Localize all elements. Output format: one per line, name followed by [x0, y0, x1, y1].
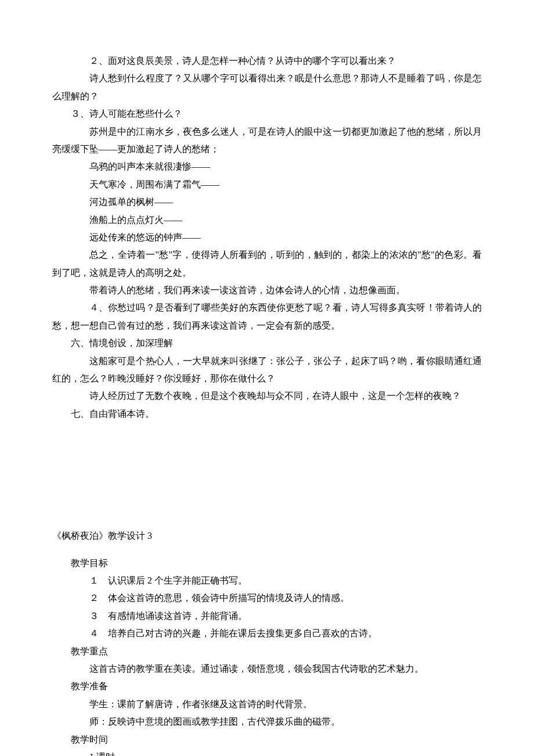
- body-text: 总之，全诗着一"愁"字，使得诗人所看到的，听到的，触到的，都染上的浓浓的"愁"的…: [52, 246, 482, 282]
- list-item: ２、面对这良辰美景，诗人是怎样一种心情？从诗中的哪个字可以看出来？: [52, 52, 482, 70]
- section-heading: 教学目标: [52, 555, 482, 572]
- list-item: ４ 培养自己对古诗的兴趣，并能在课后去搜集更多自己喜欢的古诗。: [52, 625, 482, 642]
- list-item: ３ 有感情地诵读这首诗，并能背诵。: [52, 607, 482, 625]
- document-page: ２、面对这良辰美景，诗人是怎样一种心情？从诗中的哪个字可以看出来？ 诗人愁到什么…: [0, 0, 534, 756]
- section-heading: 教学重点: [52, 643, 482, 660]
- body-text: 诗人经历过了无数个夜晚，但是这个夜晚却与众不同，在诗人眼中，这是一个怎样的夜晚？: [52, 387, 482, 405]
- body-text: 这船家可是个热心人，一大早就来叫张继了：张公子，张公子，起床了吗？哟，看你眼睛通…: [52, 352, 482, 388]
- body-text: 这首古诗的教学重在美读。通过诵读，领悟意境，领会我国古代诗歌的艺术魅力。: [52, 660, 482, 678]
- body-text: 远处传来的悠远的钟声——: [52, 229, 482, 246]
- blank-line: [52, 545, 482, 555]
- document-title: 《枫桥夜泊》教学设计 3: [52, 527, 482, 545]
- list-item: ２ 体会这首诗的意思，领会诗中所描写的情境及诗人的情感。: [52, 589, 482, 607]
- section-heading: 七、自由背诵本诗。: [52, 405, 482, 423]
- body-text: 乌鸦的叫声本来就很凄惨——: [52, 158, 482, 175]
- body-text: 师：反映诗中意境的图画或教学挂图，古代弹拨乐曲的磁带。: [52, 713, 482, 730]
- list-item: ４、你愁过吗？是否看到了哪些美好的东西使你更愁了呢？看，诗人写得多真实呀！带着诗…: [52, 299, 482, 334]
- body-text: 诗人愁到什么程度了？又从哪个字可以看得出来？眠是什么意思？那诗人不是睡着了吗，你…: [52, 70, 482, 105]
- list-item: ３、诗人可能在愁些什么？: [52, 105, 482, 123]
- section-heading: 教学准备: [52, 678, 482, 695]
- body-text: 河边孤单的枫树——: [52, 193, 482, 211]
- section-gap: [52, 423, 482, 527]
- body-text: 天气寒冷，周围布满了霜气——: [52, 176, 482, 193]
- body-text: 1 课时。: [52, 748, 482, 756]
- body-text: 带着诗人的愁绪，我们再来读一读这首诗，边体会诗人的心情，边想像画面。: [52, 282, 482, 299]
- list-item: １ 认识课后 2 个生字并能正确书写。: [52, 572, 482, 589]
- section-heading: 教学时间: [52, 731, 482, 748]
- section-heading: 六、情境创设，加深理解: [52, 334, 482, 352]
- body-text: 渔船上的点点灯火——: [52, 211, 482, 229]
- body-text: 学生：课前了解唐诗，作者张继及这首诗的时代背景。: [52, 696, 482, 713]
- body-text: 苏州是中的江南水乡，夜色多么迷人，可是在诗人的眼中这一切都更加激起了他的愁绪，所…: [52, 123, 482, 159]
